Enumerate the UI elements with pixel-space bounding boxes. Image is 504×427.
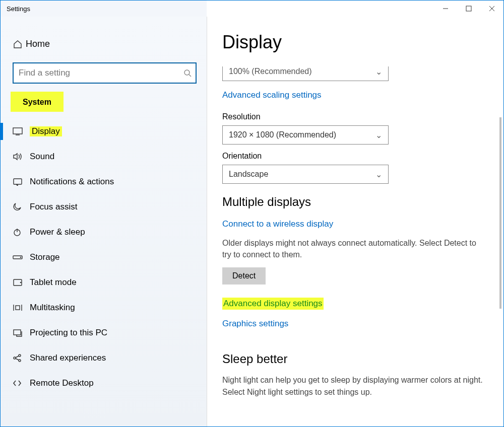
nav-home[interactable]: Home bbox=[1, 35, 207, 53]
svg-line-5 bbox=[189, 75, 191, 77]
detect-help-text: Older displays might not always connect … bbox=[222, 237, 483, 260]
home-icon bbox=[13, 39, 26, 49]
nav-item-focus-assist[interactable]: Focus assist bbox=[1, 194, 207, 220]
nav-item-remote-desktop[interactable]: Remote Desktop bbox=[1, 371, 207, 396]
nav-item-label: Projecting to this PC bbox=[30, 328, 107, 338]
window-buttons bbox=[434, 1, 503, 17]
chevron-down-icon: ⌄ bbox=[375, 130, 382, 140]
sleep-better-heading: Sleep better bbox=[222, 352, 483, 366]
scrollbar[interactable] bbox=[499, 117, 501, 309]
svg-point-21 bbox=[19, 360, 21, 362]
shared-icon bbox=[13, 353, 30, 363]
nav-item-projecting[interactable]: Projecting to this PC bbox=[1, 320, 207, 345]
orientation-dropdown[interactable]: Landscape ⌄ bbox=[222, 165, 389, 184]
storage-icon bbox=[13, 254, 30, 260]
nav-item-label: Display bbox=[30, 126, 62, 136]
svg-rect-18 bbox=[14, 330, 21, 335]
maximize-button[interactable] bbox=[457, 1, 480, 17]
graphics-settings-link[interactable]: Graphics settings bbox=[222, 319, 288, 329]
multitasking-icon bbox=[13, 304, 30, 312]
resolution-value: 1920 × 1080 (Recommended) bbox=[229, 130, 336, 139]
chevron-down-icon: ⌄ bbox=[375, 67, 382, 77]
minimize-button[interactable] bbox=[434, 1, 457, 17]
scale-dropdown[interactable]: 100% (Recommended) ⌄ bbox=[222, 62, 389, 81]
resolution-label: Resolution bbox=[222, 112, 483, 121]
nav-item-label: Remote Desktop bbox=[30, 378, 94, 388]
focus-assist-icon bbox=[13, 202, 30, 211]
nav-item-label: Focus assist bbox=[30, 202, 77, 212]
wireless-display-link[interactable]: Connect to a wireless display bbox=[222, 219, 333, 229]
nav-item-storage[interactable]: Storage bbox=[1, 245, 207, 270]
svg-line-22 bbox=[16, 356, 19, 358]
svg-point-12 bbox=[20, 257, 21, 257]
nav-item-label: Storage bbox=[30, 252, 60, 262]
svg-point-4 bbox=[184, 70, 190, 75]
advanced-scaling-link[interactable]: Advanced scaling settings bbox=[222, 90, 322, 100]
nav-item-tablet-mode[interactable]: Tablet mode bbox=[1, 270, 207, 295]
advanced-display-link[interactable]: Advanced display settings bbox=[222, 298, 324, 310]
nav-item-display[interactable]: Display bbox=[1, 119, 207, 144]
main-panel: Display 100% (Recommended) ⌄ Advanced sc… bbox=[207, 17, 503, 426]
resolution-dropdown[interactable]: 1920 × 1080 (Recommended) ⌄ bbox=[222, 125, 389, 145]
projecting-icon bbox=[13, 329, 30, 337]
nav-item-label: Tablet mode bbox=[30, 277, 77, 288]
tablet-icon bbox=[13, 278, 30, 287]
nav-item-label: Notifications & actions bbox=[30, 177, 114, 187]
sleep-text: Night light can help you get to sleep by… bbox=[222, 374, 483, 397]
orientation-value: Landscape bbox=[229, 170, 268, 179]
chevron-down-icon: ⌄ bbox=[375, 170, 382, 179]
svg-rect-6 bbox=[13, 128, 22, 134]
nav-item-label: Shared experiences bbox=[30, 353, 106, 363]
notifications-icon bbox=[13, 178, 30, 186]
remote-desktop-icon bbox=[13, 380, 30, 387]
detect-button[interactable]: Detect bbox=[222, 267, 266, 284]
close-button[interactable] bbox=[480, 1, 503, 17]
display-icon bbox=[13, 127, 30, 135]
nav-item-multitasking[interactable]: Multitasking bbox=[1, 295, 207, 320]
multiple-displays-heading: Multiple displays bbox=[222, 195, 483, 209]
svg-rect-17 bbox=[16, 306, 20, 310]
sound-icon bbox=[13, 153, 30, 161]
page-title: Display bbox=[222, 32, 483, 53]
svg-line-23 bbox=[16, 359, 19, 360]
svg-point-19 bbox=[14, 357, 16, 359]
nav-item-sound[interactable]: Sound bbox=[1, 144, 207, 169]
svg-point-20 bbox=[19, 354, 21, 357]
nav-item-label: Multitasking bbox=[30, 303, 75, 313]
nav-item-label: Power & sleep bbox=[30, 227, 85, 237]
orientation-label: Orientation bbox=[222, 152, 483, 161]
nav-item-label: Sound bbox=[30, 152, 54, 162]
power-icon bbox=[13, 228, 30, 237]
search-field[interactable] bbox=[13, 62, 197, 84]
search-input[interactable] bbox=[13, 62, 197, 84]
nav-item-shared-experiences[interactable]: Shared experiences bbox=[1, 345, 207, 371]
nav-item-notifications[interactable]: Notifications & actions bbox=[1, 169, 207, 194]
scale-value: 100% (Recommended) bbox=[229, 67, 312, 76]
search-icon bbox=[183, 69, 192, 77]
svg-point-14 bbox=[20, 282, 21, 282]
title-bar: Settings bbox=[1, 1, 503, 17]
nav-item-power-sleep[interactable]: Power & sleep bbox=[1, 220, 207, 245]
section-label-system: System bbox=[11, 92, 64, 112]
sidebar: Home System Display Sound Notifications … bbox=[1, 17, 207, 426]
nav-home-label: Home bbox=[26, 39, 50, 49]
nav-list: Display Sound Notifications & actions Fo… bbox=[1, 112, 207, 396]
window-title: Settings bbox=[1, 5, 434, 13]
svg-rect-8 bbox=[14, 179, 22, 184]
svg-rect-1 bbox=[466, 6, 471, 11]
